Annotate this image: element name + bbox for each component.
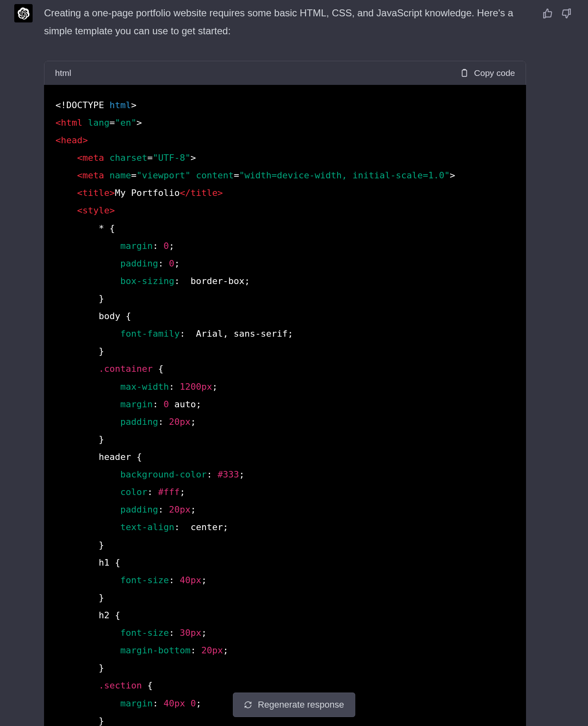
message-body: Creating a one-page portfolio website re… [44,4,574,726]
code-header: html Copy code [44,61,526,85]
regenerate-label: Regenerate response [258,699,344,710]
feedback-buttons [542,8,572,19]
refresh-icon [244,701,252,709]
thumbs-up-icon [542,8,553,19]
copy-code-button[interactable]: Copy code [460,68,515,78]
assistant-message: Creating a one-page portfolio website re… [0,0,588,726]
clipboard-icon [460,68,469,78]
svg-rect-0 [462,70,466,76]
message-text: Creating a one-page portfolio website re… [44,4,574,40]
thumbs-down-button[interactable] [561,8,572,19]
thumbs-down-icon [561,8,572,19]
assistant-avatar [14,4,33,22]
thumbs-up-button[interactable] [542,8,553,19]
code-language-label: html [55,68,71,78]
openai-logo-icon [18,7,30,20]
copy-code-label: Copy code [474,68,515,78]
code-content[interactable]: <!DOCTYPE html> <html lang="en"> <head> … [44,85,526,726]
regenerate-button[interactable]: Regenerate response [233,693,355,717]
code-block: html Copy code <!DOCTYPE html> <html lan… [44,61,526,726]
